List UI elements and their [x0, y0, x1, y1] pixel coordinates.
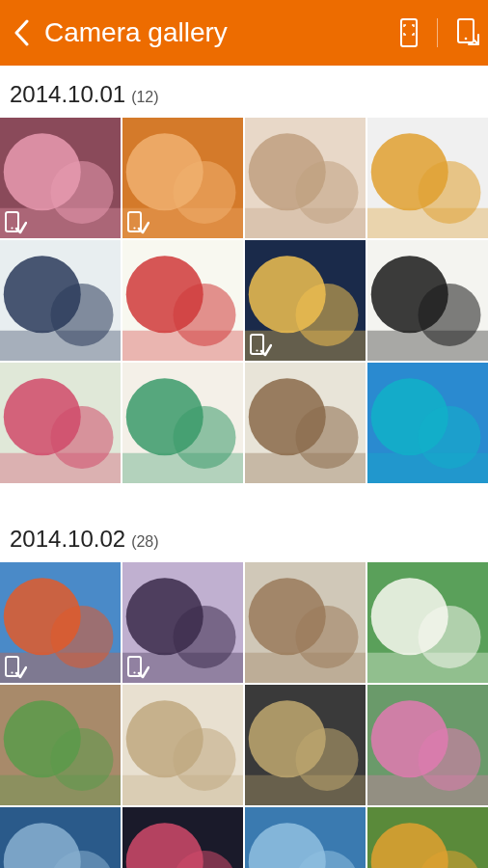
remote-viewfinder-button[interactable]	[394, 18, 423, 47]
svg-rect-56	[367, 453, 488, 483]
gallery-content: 2014.10.01(12)2014.10.02(28)	[0, 66, 488, 868]
svg-rect-80	[0, 775, 121, 805]
svg-rect-72	[245, 653, 366, 683]
thumbnail-compass[interactable]	[245, 685, 366, 805]
svg-point-2	[465, 38, 468, 41]
thumbnail-child-winter-hat[interactable]	[0, 240, 121, 361]
svg-rect-26	[0, 331, 121, 361]
svg-rect-30	[122, 331, 243, 361]
phone-synced-icon	[4, 211, 27, 234]
thumbnail-gift-box[interactable]	[122, 240, 243, 361]
phone-synced-icon	[249, 334, 272, 357]
section-gap	[0, 483, 488, 510]
svg-rect-18	[245, 208, 366, 238]
thumbnail-grid	[0, 562, 488, 868]
header-actions	[394, 18, 480, 47]
thumbnail-books-stack[interactable]	[122, 363, 243, 483]
section-header: 2014.10.02(28)	[0, 510, 488, 562]
back-button[interactable]	[8, 18, 37, 47]
thumbnail-windsock[interactable]	[0, 562, 121, 683]
thumbnail-grid	[0, 118, 488, 483]
svg-point-14	[133, 227, 135, 229]
svg-point-8	[11, 227, 13, 229]
copy-to-phone-button[interactable]	[451, 18, 480, 47]
thumbnail-city-skyline-night[interactable]	[245, 240, 366, 361]
thumbnail-pink-flower[interactable]	[0, 118, 121, 238]
thumbnail-seedling[interactable]	[0, 685, 121, 805]
header-divider	[437, 18, 438, 47]
thumbnail-balloons[interactable]	[0, 363, 121, 483]
thumbnail-piano-keys[interactable]	[367, 240, 488, 361]
svg-rect-40	[367, 331, 488, 361]
phone-synced-icon	[126, 656, 149, 679]
section-date: 2014.10.01	[10, 81, 125, 108]
svg-point-36	[256, 349, 258, 351]
section-count: (28)	[131, 533, 158, 551]
app-header: Camera gallery	[0, 0, 488, 66]
thumbnail-butterfly[interactable]	[367, 807, 488, 868]
svg-rect-76	[367, 653, 488, 683]
phone-synced-icon	[126, 211, 149, 234]
svg-point-68	[133, 671, 135, 673]
section-date: 2014.10.02	[10, 526, 125, 553]
section-header: 2014.10.01(12)	[0, 66, 488, 118]
thumbnail-woman-smiling[interactable]	[245, 562, 366, 683]
page-title: Camera gallery	[44, 17, 394, 48]
phone-transfer-icon	[451, 18, 480, 47]
svg-rect-48	[122, 453, 243, 483]
thumbnail-boy-portrait[interactable]	[245, 118, 366, 238]
thumbnail-boy-outdoor[interactable]	[122, 685, 243, 805]
svg-rect-52	[245, 453, 366, 483]
thumbnail-abstract-blue[interactable]	[245, 807, 366, 868]
thumbnail-pink-tulips[interactable]	[367, 685, 488, 805]
phone-synced-icon	[4, 656, 27, 679]
thumbnail-coffee-cup[interactable]	[245, 363, 366, 483]
thumbnail-pasta-salad[interactable]	[367, 118, 488, 238]
svg-point-62	[11, 671, 13, 673]
svg-rect-44	[0, 453, 121, 483]
phone-frame-icon	[396, 18, 421, 47]
svg-rect-92	[367, 775, 488, 805]
svg-rect-88	[245, 775, 366, 805]
thumbnail-orange-flower[interactable]	[122, 118, 243, 238]
thumbnail-mountain-sunset[interactable]	[122, 562, 243, 683]
section-count: (12)	[131, 89, 158, 106]
svg-rect-22	[367, 208, 488, 238]
thumbnail-fireworks[interactable]	[122, 807, 243, 868]
thumbnail-water-drops[interactable]	[0, 807, 121, 868]
svg-rect-84	[122, 775, 243, 805]
thumbnail-daisies[interactable]	[367, 562, 488, 683]
thumbnail-ocean-sky[interactable]	[367, 363, 488, 483]
chevron-left-icon	[14, 19, 31, 46]
